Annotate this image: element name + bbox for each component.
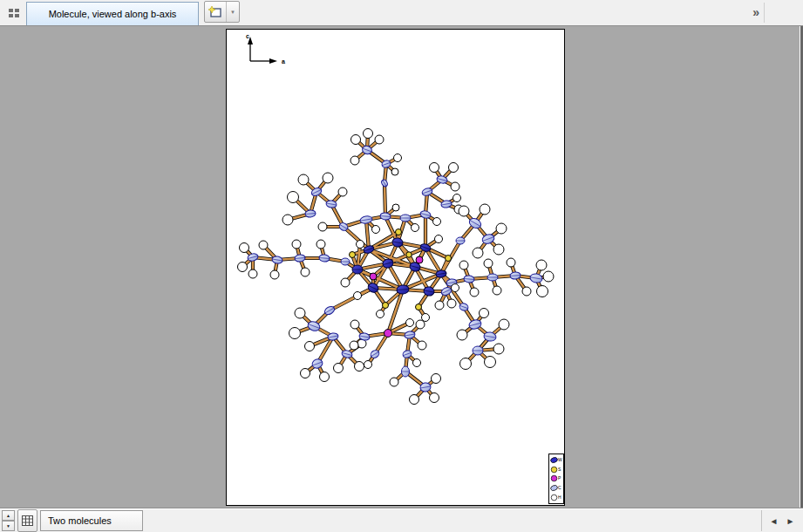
legend-item-c: C: [550, 484, 563, 493]
page-nav-buttons: ◄ ►: [761, 510, 799, 531]
legend-item-s: S: [550, 465, 563, 474]
bottom-tab-bar: ▲ ▼ Two molecules ◄ ►: [0, 508, 803, 532]
dropdown-arrow-icon: ▼: [230, 10, 235, 15]
new-view-button-group: ▼: [204, 1, 240, 23]
page-spinner: ▲ ▼: [2, 510, 15, 531]
tab-bar: Molecule, viewed along b-axis ▼ »: [0, 0, 803, 26]
tab-two-molecules-label: Two molecules: [48, 515, 112, 526]
legend-item-p: P: [550, 474, 563, 483]
legend-item-label: S: [558, 467, 561, 472]
canvas-area: c a WSPCH: [0, 26, 803, 508]
toolbar-divider: [764, 3, 765, 23]
report-page[interactable]: c a WSPCH: [226, 29, 565, 506]
legend-item-label: H: [558, 495, 561, 500]
legend-item-label: P: [558, 476, 561, 481]
tab-two-molecules[interactable]: Two molecules: [40, 510, 143, 531]
new-window-icon: [208, 6, 222, 18]
spin-down-button[interactable]: ▼: [2, 521, 15, 531]
application-window: { "topbar": { "tab_title": "Molecule, vi…: [0, 0, 803, 532]
spin-down-icon: ▼: [6, 523, 10, 529]
table-icon: [22, 515, 33, 526]
legend-item-label: C: [558, 486, 561, 490]
nav-previous-button[interactable]: ◄: [766, 510, 782, 531]
tab-molecule-view[interactable]: Molecule, viewed along b-axis: [26, 2, 199, 25]
legend-atom-glyph: [550, 456, 558, 464]
molecule-drawing: [227, 30, 564, 505]
new-view-dropdown-button[interactable]: ▼: [227, 2, 239, 22]
legend-item-label: W: [558, 458, 562, 462]
legend-atom-glyph: [550, 474, 558, 482]
legend-item-w: W: [550, 455, 563, 464]
arrow-right-icon: ►: [786, 516, 795, 526]
spin-up-button[interactable]: ▲: [2, 510, 15, 521]
legend-atom-glyph: [550, 466, 558, 474]
legend-item-h: H: [550, 494, 563, 502]
tab-molecule-view-label: Molecule, viewed along b-axis: [49, 9, 177, 19]
legend-atom-glyph: [550, 494, 558, 501]
window-edge: [800, 26, 803, 508]
legend-atom-glyph: [550, 484, 558, 492]
new-view-button[interactable]: [205, 2, 227, 22]
spin-up-icon: ▲: [6, 513, 10, 518]
atom-legend: WSPCH: [548, 454, 564, 504]
grid-icon: [8, 6, 21, 19]
views-grid-button[interactable]: [3, 2, 24, 23]
table-view-button[interactable]: [17, 509, 37, 532]
nav-next-button[interactable]: ►: [782, 510, 799, 531]
overflow-chevrons-button[interactable]: »: [752, 5, 759, 19]
arrow-left-icon: ◄: [770, 516, 779, 526]
